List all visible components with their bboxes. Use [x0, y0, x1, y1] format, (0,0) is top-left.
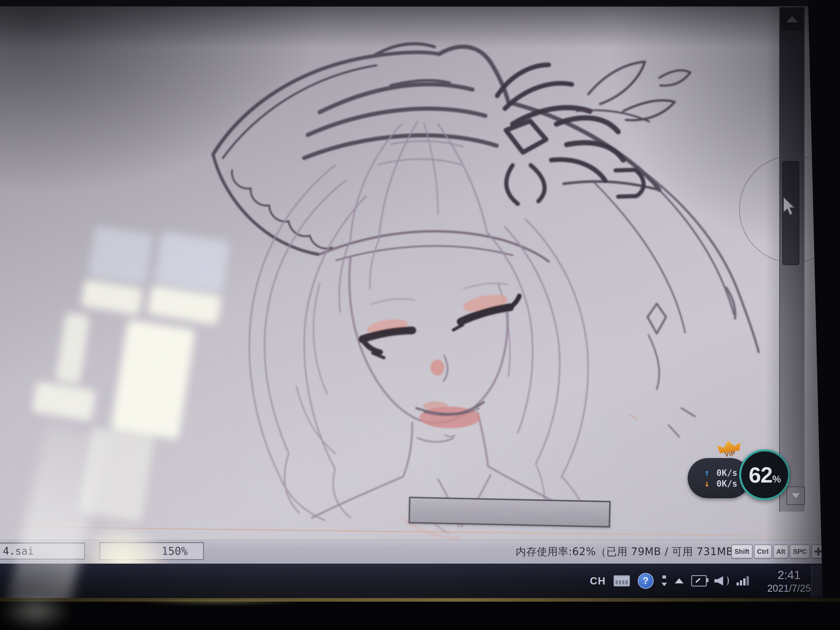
memory-usage-text: 内存使用率:62%（已用 79MB / 可用 731MB）: [516, 545, 744, 559]
sai-status-bar: 4.sai 150% 内存使用率:62%（已用 79MB / 可用 731MB）…: [0, 540, 823, 564]
bezel-top: [0, 0, 840, 7]
corner-glare: [0, 592, 72, 630]
network-signal-icon[interactable]: [737, 576, 749, 586]
alt-key-button[interactable]: Alt: [773, 545, 788, 559]
horizontal-scrollbar-thumb[interactable]: [409, 497, 611, 527]
show-desktop-button[interactable]: [811, 565, 822, 597]
clock-date: 2021/7/25: [767, 583, 811, 594]
language-indicator[interactable]: CH: [590, 575, 606, 587]
updown-arrows-icon[interactable]: [662, 575, 667, 586]
mouse-cursor: [782, 197, 796, 217]
space-key-button[interactable]: SPC: [790, 545, 810, 559]
file-name-tab[interactable]: 4.sai: [0, 543, 85, 559]
zoom-level: 150%: [162, 545, 188, 557]
bezel-glow: [134, 599, 304, 606]
help-icon[interactable]: ?: [638, 573, 654, 589]
system-tray: CH ?: [590, 564, 749, 598]
upload-speed: 0K/s: [717, 468, 737, 477]
bezel-edge-highlight: [0, 598, 840, 602]
file-name: 4.sai: [3, 545, 34, 557]
show-hidden-icons-button[interactable]: [675, 578, 684, 583]
percent-sign: %: [772, 474, 780, 485]
vip-crown-icon: VIP: [717, 439, 742, 459]
photographed-screen: VIP ↑ 0K/s ↓ 0K/s 62% 4.sai: [0, 0, 840, 630]
taskbar-clock[interactable]: 2:41 2021/7/25: [759, 564, 819, 598]
laptop-screen: VIP ↑ 0K/s ↓ 0K/s 62% 4.sai: [0, 6, 823, 598]
memory-percent-ball[interactable]: 62%: [739, 449, 790, 500]
percent-value: 62: [748, 463, 772, 487]
scrollbar-up-button[interactable]: [781, 8, 804, 30]
battery-icon[interactable]: [691, 575, 707, 586]
dpad-icon: [815, 548, 822, 555]
vertical-scrollbar[interactable]: [779, 7, 804, 512]
windows-taskbar: CH ?: [0, 564, 823, 598]
net-speed-widget[interactable]: VIP ↑ 0K/s ↓ 0K/s 62%: [685, 440, 798, 507]
keyboard-icon[interactable]: [614, 575, 630, 586]
ctrl-key-button[interactable]: Ctrl: [754, 545, 772, 559]
shift-key-button[interactable]: Shift: [731, 545, 753, 559]
clock-time: 2:41: [777, 568, 801, 582]
modifier-keys-toolbar: Shift Ctrl Alt SPC Any ✎: [731, 545, 823, 559]
bezel-bottom: [0, 598, 840, 630]
download-arrow-icon: ↓: [704, 479, 710, 488]
upload-arrow-icon: ↑: [704, 468, 710, 477]
up-arrow-icon: [786, 16, 798, 22]
volume-icon[interactable]: [714, 576, 729, 586]
download-speed: 0K/s: [717, 479, 737, 488]
zoom-level-box[interactable]: 150%: [99, 542, 204, 560]
